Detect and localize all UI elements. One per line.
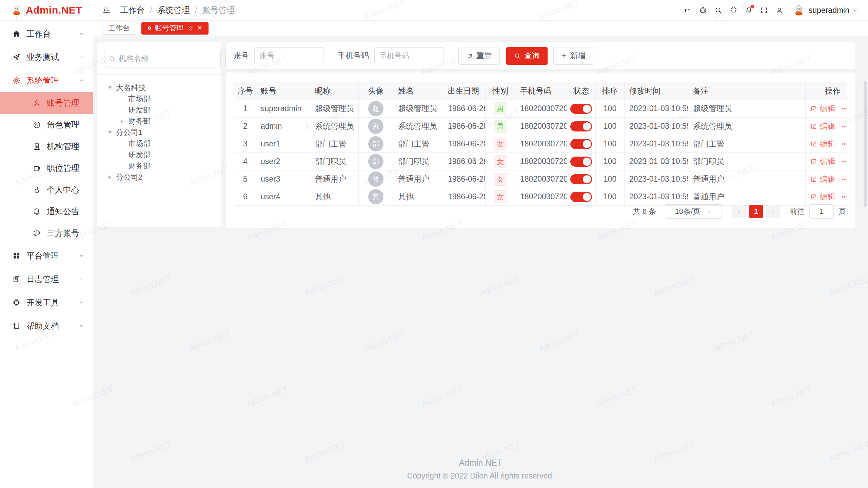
sidebar-item-profile-center[interactable]: 个人中心 bbox=[0, 179, 93, 201]
tree-node[interactable]: 大名科技 bbox=[97, 82, 221, 93]
table-row: 2admin系统管理员系系统管理员1986-06-28男180200307201… bbox=[235, 118, 847, 135]
language-button[interactable] bbox=[695, 6, 711, 14]
avatar-badge: 部 bbox=[368, 154, 383, 169]
sidebar-item-account-mgmt[interactable]: 账号管理 bbox=[0, 92, 93, 114]
tree-node[interactable]: 分公司1 bbox=[97, 127, 221, 138]
next-page-button[interactable] bbox=[766, 205, 780, 218]
edit-icon bbox=[810, 140, 817, 147]
sidebar-item-notice[interactable]: 通知公告 bbox=[0, 201, 93, 222]
caret-down-icon[interactable] bbox=[107, 131, 113, 134]
account-input[interactable] bbox=[254, 47, 323, 64]
watermark-text: Admin.NET bbox=[827, 273, 868, 298]
status-toggle[interactable] bbox=[570, 121, 592, 131]
edit-button[interactable]: 编辑 bbox=[810, 174, 835, 184]
scrollbar-thumb[interactable] bbox=[864, 81, 867, 207]
sidebar-item-log-mgmt[interactable]: 日志管理 bbox=[0, 267, 93, 291]
phone-input[interactable] bbox=[374, 47, 443, 64]
tree-node[interactable]: 市场部 bbox=[97, 138, 221, 149]
tree-node[interactable]: 研发部 bbox=[97, 104, 221, 116]
breadcrumb-separator: / bbox=[195, 5, 197, 15]
column-header-nickname: 昵称 bbox=[310, 82, 359, 100]
row-more-button[interactable]: ••• bbox=[842, 141, 847, 147]
column-header-order: 排序 bbox=[596, 82, 625, 100]
breadcrumb-item-system-mgmt[interactable]: 系统管理 bbox=[157, 5, 190, 16]
logo[interactable]: Admin.NET bbox=[0, 0, 93, 21]
caret-down-icon[interactable] bbox=[107, 86, 113, 89]
gender-tag: 女 bbox=[494, 173, 507, 186]
add-button[interactable]: + 新增 bbox=[553, 47, 593, 65]
status-toggle[interactable] bbox=[570, 157, 592, 167]
breadcrumb-item-workbench[interactable]: 工作台 bbox=[120, 5, 145, 16]
edit-button[interactable]: 编辑 bbox=[810, 121, 835, 131]
sidebar-item-label: 系统管理 bbox=[26, 75, 59, 86]
status-toggle[interactable] bbox=[570, 174, 592, 184]
row-more-button[interactable]: ••• bbox=[842, 123, 847, 129]
sidebar-item-label: 角色管理 bbox=[47, 119, 79, 130]
tree-node[interactable]: 财务部 bbox=[97, 160, 221, 171]
column-header-name: 姓名 bbox=[393, 82, 443, 100]
cell-avatar: 超 bbox=[359, 100, 393, 118]
tree-node-label: 市场部 bbox=[128, 139, 151, 149]
cell-index: 6 bbox=[235, 188, 256, 206]
reset-button[interactable]: 重置 bbox=[458, 47, 500, 65]
caret-right-icon[interactable] bbox=[107, 175, 113, 179]
table-panel: 序号账号昵称头像姓名出生日期性别手机号码状态排序修改时间备注操作1superad… bbox=[226, 73, 855, 228]
tree-node[interactable]: 研发部 bbox=[97, 149, 221, 160]
status-toggle[interactable] bbox=[570, 139, 592, 149]
edit-label: 编辑 bbox=[820, 174, 835, 184]
username[interactable]: superadmin bbox=[809, 6, 849, 15]
total-count: 共 6 条 bbox=[633, 206, 656, 217]
row-more-button[interactable]: ••• bbox=[842, 176, 847, 182]
cell-modified-time: 2023-01-03 10:59:44 bbox=[625, 100, 688, 118]
search-button[interactable]: 查询 bbox=[506, 47, 548, 65]
tab-account-mgmt[interactable]: 账号管理 × bbox=[141, 22, 209, 35]
caret-right-icon[interactable] bbox=[119, 119, 125, 123]
tree-node[interactable]: 财务部 bbox=[97, 116, 221, 127]
status-toggle[interactable] bbox=[570, 192, 592, 202]
sidebar-item-role-mgmt[interactable]: 角色管理 bbox=[0, 114, 93, 136]
cell-order: 100 bbox=[596, 118, 625, 135]
current-page[interactable]: 1 bbox=[749, 205, 763, 218]
edit-button[interactable]: 编辑 bbox=[810, 191, 835, 202]
font-size-button[interactable]: TT bbox=[680, 6, 695, 14]
edit-button[interactable]: 编辑 bbox=[810, 103, 835, 114]
row-more-button[interactable]: ••• bbox=[842, 194, 847, 200]
refresh-icon[interactable] bbox=[187, 25, 194, 32]
prev-page-button[interactable] bbox=[732, 205, 746, 218]
sidebar-item-platform-mgmt[interactable]: 平台管理 bbox=[0, 244, 93, 267]
menu-fold-icon[interactable] bbox=[102, 6, 111, 15]
org-search-box[interactable] bbox=[104, 50, 221, 67]
global-search-button[interactable] bbox=[711, 6, 726, 14]
sidebar-item-system-mgmt[interactable]: 系统管理 bbox=[0, 69, 93, 92]
avatar[interactable] bbox=[792, 4, 805, 17]
theme-button[interactable] bbox=[726, 6, 741, 14]
edit-button[interactable]: 编辑 bbox=[810, 139, 835, 149]
sidebar-item-third-party[interactable]: 三方账号 bbox=[0, 222, 93, 244]
sidebar-item-dev-tools[interactable]: 开发工具 bbox=[0, 291, 93, 314]
goto-label: 前往 bbox=[790, 206, 805, 217]
sidebar-item-business-test[interactable]: 业务测试 bbox=[0, 45, 93, 69]
fullscreen-button[interactable] bbox=[756, 6, 772, 14]
sidebar-item-workbench[interactable]: 工作台 bbox=[0, 22, 93, 45]
notification-button[interactable] bbox=[741, 6, 756, 14]
org-name-input[interactable] bbox=[119, 54, 216, 63]
tree-node[interactable]: 市场部 bbox=[97, 93, 221, 104]
row-more-button[interactable]: ••• bbox=[842, 106, 847, 111]
close-icon[interactable]: × bbox=[197, 24, 202, 32]
sidebar-item-label: 帮助文档 bbox=[26, 321, 59, 331]
sidebar-item-position-mgmt[interactable]: 职位管理 bbox=[0, 157, 93, 179]
org-search-row: ••• bbox=[97, 42, 221, 74]
goto-page-input[interactable] bbox=[809, 204, 834, 219]
status-toggle[interactable] bbox=[570, 104, 592, 114]
chevron-down-icon[interactable] bbox=[852, 7, 859, 14]
tab-workbench[interactable]: 工作台 bbox=[102, 22, 136, 35]
edit-button[interactable]: 编辑 bbox=[810, 156, 835, 167]
row-more-button[interactable]: ••• bbox=[842, 159, 847, 164]
page-size-select[interactable]: 10条/页 bbox=[665, 204, 722, 219]
tree-node[interactable]: 分公司2 bbox=[97, 171, 221, 183]
sidebar-item-org-mgmt[interactable]: 机构管理 bbox=[0, 136, 93, 157]
sidebar: Admin.NET 工作台业务测试系统管理账号管理角色管理机构管理职位管理个人中… bbox=[0, 0, 93, 488]
sidebar-item-help-docs[interactable]: 帮助文档 bbox=[0, 314, 93, 338]
tree-node-label: 分公司1 bbox=[116, 127, 142, 138]
profile-button[interactable] bbox=[772, 6, 787, 14]
